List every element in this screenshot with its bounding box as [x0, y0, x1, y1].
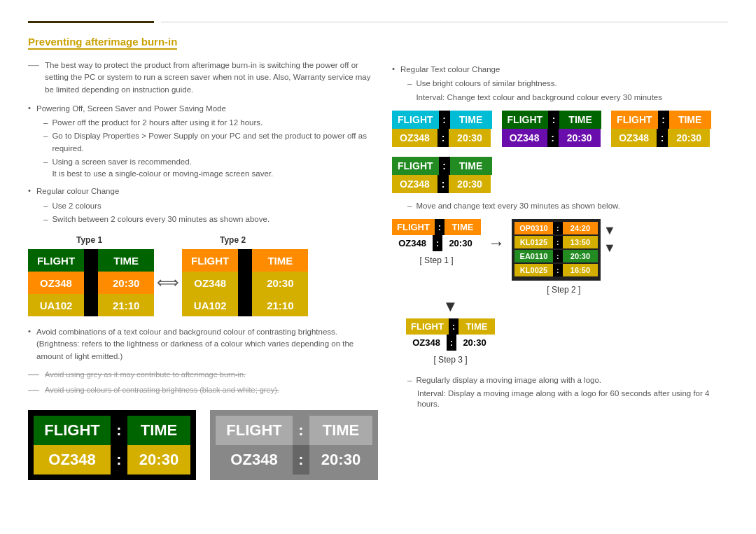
bc-time: TIME [450, 111, 492, 129]
bo-oz: OZ348 : 20:30 [611, 129, 711, 147]
step2-row3: EA0110 : 20:30 [514, 250, 598, 262]
s1-flight: FLIGHT [392, 219, 435, 235]
step2-row2: KL0125 : 13:50 [514, 236, 598, 248]
bullet2-label: Regular colour Change [36, 185, 119, 197]
type-swap-arrow: ⟺ [154, 274, 182, 292]
step3-board: FLIGHT : TIME OZ348 : 20:30 [406, 318, 495, 351]
bb2-hdr-row: FLIGHT : TIME [216, 416, 372, 445]
dash2-2-text: Switch between 2 colours every 30 minute… [52, 213, 270, 225]
right-dash2: – Interval: Change text colour and backg… [407, 92, 728, 104]
type2-oz-row: OZ348 20:30 [182, 272, 308, 294]
strikethrough2-row: — Avoid using colours of contrasting bri… [28, 384, 371, 396]
type1-label: Type 1 [28, 235, 150, 245]
bo-oz-time: 20:30 [668, 129, 710, 147]
strikethrough1-row: — Avoid using grey as it may contribute … [28, 368, 371, 381]
section-title: Preventing afterimage burn-in [28, 36, 177, 50]
dash-sym: – [43, 130, 48, 142]
step3-down-arrow: ▼ [443, 297, 458, 316]
strikethrough1-text: Avoid using grey as it may contribute to… [45, 370, 246, 379]
type1-board: FLIGHT TIME OZ348 20:30 UA102 21:10 [28, 249, 154, 316]
t2-oz-time: 20:30 [252, 272, 308, 294]
bb2-oz: OZ348 [216, 445, 293, 475]
dash-sym: – [43, 117, 48, 129]
t2-ua-time: 21:10 [252, 294, 308, 316]
right-dash5-row: Interval: Display a moving image along w… [417, 388, 728, 409]
step-right-arrow: → [488, 233, 505, 253]
top-line-light [161, 22, 728, 22]
t2-colon2 [238, 272, 252, 294]
right-dash1: – Use bright colours of similar brightne… [407, 78, 728, 90]
t2-flight-hdr: FLIGHT [182, 249, 238, 272]
s1-colon2: : [433, 235, 442, 251]
step2-board: OP0310 : 24:20 KL0125 : 13:50 EA0110 [512, 219, 601, 281]
bc-flight: FLIGHT [392, 111, 439, 129]
bc-oz-cell: OZ348 [392, 129, 438, 147]
bullet-dot: • [28, 104, 31, 112]
bb2-oz-row: OZ348 : 20:30 [216, 445, 372, 475]
bg2-hdr: FLIGHT : TIME [392, 157, 492, 175]
step1-board: FLIGHT : TIME OZ348 : 20:30 [392, 219, 481, 251]
bb2-colon2: : [293, 445, 309, 475]
bb1-oz: OZ348 [34, 445, 111, 475]
s2r1-flight: OP0310 [514, 222, 553, 234]
s3-oz-time: 20:30 [456, 335, 493, 351]
type-labels: Type 1 Type 2 [28, 235, 371, 245]
bo-colon1: : [658, 111, 669, 129]
dash1-1: – Power off the product for 2 hours afte… [43, 117, 371, 129]
type1-oz-row: OZ348 20:30 [28, 272, 154, 294]
t2-colon1 [238, 249, 252, 272]
s2r3-colon: : [553, 250, 563, 262]
dash1-1-text: Power off the product for 2 hours after … [52, 117, 262, 129]
s3-hdr: FLIGHT : TIME [406, 318, 495, 335]
down-arrow1: ▼ [603, 223, 616, 238]
strikethrough2-text: Avoid using colours of contrasting brigh… [45, 386, 279, 394]
s2r3-time: 20:30 [563, 250, 598, 262]
bg-colon1: : [548, 111, 559, 129]
s2r4-colon: : [553, 264, 563, 276]
bo-flight: FLIGHT [611, 111, 658, 129]
bo-oz-cell: OZ348 [611, 129, 657, 147]
s3-colon2: : [447, 335, 456, 351]
t1-oz-time: 20:30 [98, 272, 154, 294]
bo-hdr: FLIGHT : TIME [611, 111, 711, 129]
right-dash5-text: Interval: Display a moving image along w… [417, 389, 709, 408]
board-green: FLIGHT : TIME OZ348 : 20:30 [502, 111, 602, 147]
bullet1: • Powering Off, Screen Saver and Power S… [28, 103, 371, 115]
bg-oz-time: 20:30 [559, 129, 601, 147]
t2-time-hdr: TIME [252, 249, 308, 272]
bg-colon2: : [547, 129, 559, 147]
t1-oz: OZ348 [28, 272, 84, 294]
right-board-pair-3: FLIGHT : TIME OZ348 : 20:30 [611, 111, 711, 147]
types-display: FLIGHT TIME OZ348 20:30 UA102 21:10 [28, 249, 371, 316]
bg2-oz-time: 20:30 [449, 175, 491, 193]
type2-hdr-row: FLIGHT TIME [182, 249, 308, 272]
bg2-colon1: : [439, 157, 450, 175]
s1-time: TIME [444, 219, 481, 235]
bo-time: TIME [669, 111, 711, 129]
bb2-oz-time: 20:30 [309, 445, 372, 475]
bb2-flight: FLIGHT [216, 416, 293, 445]
bg2-oz: OZ348 : 20:30 [392, 175, 492, 193]
t1-ua-time: 21:10 [98, 294, 154, 316]
bo-colon2: : [657, 129, 668, 147]
type1-hdr-row: FLIGHT TIME [28, 249, 154, 272]
bottom-boards: FLIGHT : TIME OZ348 : 20:30 [28, 410, 371, 480]
s2r4-time: 16:50 [563, 264, 598, 276]
type2-board: FLIGHT TIME OZ348 20:30 UA102 21:10 [182, 249, 308, 316]
bb1-colon1: : [111, 416, 127, 445]
type2-label: Type 2 [172, 235, 294, 245]
s2r1-colon: : [553, 222, 563, 234]
bg-flight: FLIGHT [502, 111, 549, 129]
bg-hdr: FLIGHT : TIME [502, 111, 602, 129]
bb1-flight: FLIGHT [34, 416, 111, 445]
t1-ua: UA102 [28, 294, 84, 316]
s1-oz-time: 20:30 [442, 235, 479, 251]
t1-flight-hdr: FLIGHT [28, 249, 84, 272]
step1-label: [ Step 1 ] [419, 255, 453, 265]
t2-oz: OZ348 [182, 272, 238, 294]
bg-oz: OZ348 : 20:30 [502, 129, 602, 147]
s1-hdr: FLIGHT : TIME [392, 219, 481, 235]
dash2-2: – Switch between 2 colours every 30 minu… [43, 213, 371, 225]
bottom-board-2: FLIGHT : TIME OZ348 : 20:30 [216, 416, 372, 475]
top-line-dark [28, 21, 154, 23]
